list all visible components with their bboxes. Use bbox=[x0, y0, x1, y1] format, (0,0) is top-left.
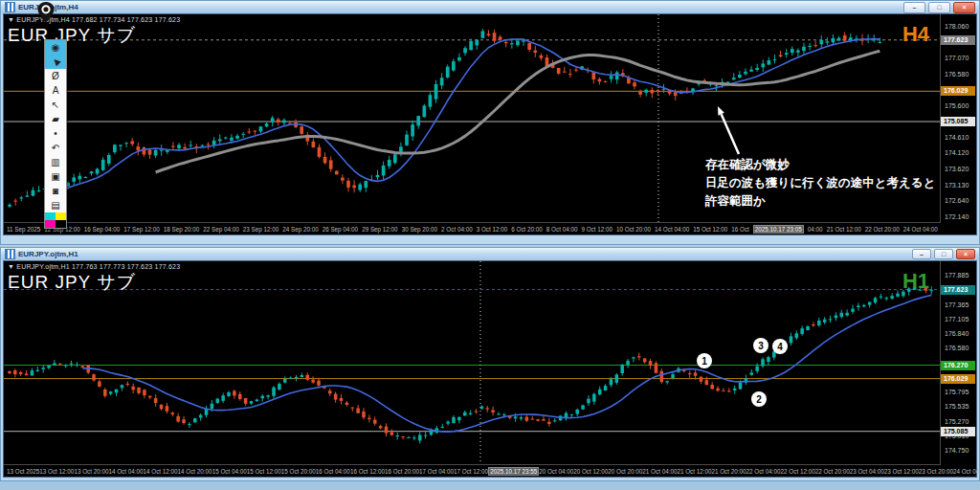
time-tick-label: 26 Sep 04:00 bbox=[323, 226, 358, 233]
time-tick-label: 21 Oct 04:00 bbox=[642, 468, 677, 475]
maximize-button[interactable]: □ bbox=[928, 2, 950, 13]
price-level-box: 177.623 bbox=[941, 35, 975, 45]
trash-icon[interactable]: ▥ bbox=[45, 155, 66, 169]
chart-area: ▼ EURJPY.ojtm,H4 177.682 177.734 177.623… bbox=[3, 13, 977, 235]
chart-window-h4: EURJPY.ojtm,H4 – □ × ▼ EURJPY.ojtm,H4 17… bbox=[0, 0, 980, 245]
time-tick-label: 11 Sep 2025 bbox=[7, 226, 40, 233]
clipboard-icon[interactable]: ▤ bbox=[45, 198, 66, 212]
time-tick-label: 17 Oct 12:00 bbox=[454, 468, 488, 475]
price-tick-label: 174.120 bbox=[945, 149, 969, 156]
stamp-icon[interactable]: ▣ bbox=[45, 169, 66, 184]
time-tick-label: 14 Oct 12:00 bbox=[144, 468, 178, 475]
ohlc-info-line: ▼ EURJPY.ojtm,H4 177.682 177.734 177.623… bbox=[8, 16, 180, 23]
minimize-button[interactable]: – bbox=[903, 2, 925, 13]
chart-area: ▼ EURJPY.ojtm,H1 177.763 177.773 177.623… bbox=[3, 260, 977, 478]
price-level-box: 176.029 bbox=[941, 86, 975, 96]
timeframe-label: H1 bbox=[902, 269, 929, 294]
time-tick-label: 3 Oct 12:00 bbox=[477, 226, 508, 233]
price-tick-label: 176.580 bbox=[945, 70, 969, 77]
price-level-box: 177.623 bbox=[941, 285, 975, 295]
crossed-circle-icon[interactable]: Ø bbox=[45, 69, 66, 83]
camera-icon[interactable]: ◙ bbox=[45, 184, 66, 198]
time-tick-label: 04:00 bbox=[808, 226, 823, 233]
price-tick-label: 177.885 bbox=[945, 272, 969, 278]
maximize-button[interactable]: □ bbox=[934, 249, 953, 259]
price-tick-label: 178.060 bbox=[945, 23, 969, 30]
time-axis[interactable]: 13 Oct 202513 Oct 12:0013 Oct 20:0014 Oc… bbox=[4, 464, 941, 477]
candlestick-plot-h4[interactable]: ▼ EURJPY.ojtm,H4 177.682 177.734 177.623… bbox=[4, 14, 941, 223]
window-title: EURJPY.ojtm,H1 bbox=[18, 250, 78, 258]
time-tick-label: 30 Sep 20:00 bbox=[402, 226, 437, 233]
price-tick-label: 175.535 bbox=[945, 403, 969, 410]
time-tick-label: 22 Sep 04:00 bbox=[203, 226, 238, 233]
wave-number-marker[interactable]: 1 bbox=[697, 353, 712, 368]
cursor-icon[interactable]: ▶ bbox=[45, 55, 66, 69]
time-axis[interactable]: 11 Sep 202512 Sep 12:0016 Sep 04:0017 Se… bbox=[4, 222, 941, 234]
time-tick-label: 15 Oct 12:00 bbox=[693, 226, 727, 233]
time-tick-label: 16 Sep 04:00 bbox=[84, 226, 120, 233]
time-tick-label: 16 Oct 20:00 bbox=[385, 468, 419, 475]
chart-window-icon bbox=[5, 249, 15, 259]
time-tick-label: 21 Oct 12:00 bbox=[827, 226, 861, 233]
minimize-button[interactable]: – bbox=[912, 249, 931, 259]
text-tool-icon[interactable]: A bbox=[45, 83, 66, 98]
color-swatch[interactable] bbox=[56, 220, 66, 228]
chart-label: EUR JPY サブ bbox=[8, 270, 136, 295]
price-tick-label: 173.620 bbox=[945, 166, 969, 172]
time-tick-label: 21 Oct 20:00 bbox=[711, 468, 746, 475]
price-tick-label: 176.580 bbox=[945, 345, 969, 351]
color-swatch[interactable] bbox=[45, 220, 56, 228]
time-tick-label: 23 Oct 12:00 bbox=[884, 468, 919, 475]
time-tick-label: 22 Oct 04:00 bbox=[746, 468, 781, 475]
time-tick-label: 15 Oct 04:00 bbox=[212, 468, 247, 475]
time-tick-label: 22 Oct 20:00 bbox=[815, 468, 850, 475]
price-tick-label: 175.270 bbox=[945, 417, 969, 424]
color-swatch[interactable] bbox=[56, 212, 66, 220]
text-annotation[interactable]: 存在確認が微妙 日足の波も獲りに行く波の途中と考えると 許容範囲か bbox=[705, 156, 935, 210]
time-tick-label: 8 Oct 04:00 bbox=[546, 226, 578, 233]
close-button[interactable]: × bbox=[956, 249, 975, 259]
window-titlebar[interactable]: EURJPY.ojtm,H1 – □ × bbox=[1, 248, 979, 260]
time-tick-label: 14 Oct 20:00 bbox=[178, 468, 212, 475]
time-tick-label: 20 Oct 20:00 bbox=[608, 468, 642, 475]
wave-number-marker[interactable]: 2 bbox=[751, 391, 767, 407]
price-tick-label: 177.070 bbox=[945, 55, 969, 61]
candlestick-plot-h1[interactable]: ▼ EURJPY.ojtm,H1 177.763 177.773 177.623… bbox=[4, 261, 941, 465]
arrow-tool-icon[interactable]: ↖ bbox=[45, 98, 66, 112]
time-tick-label: 16 Oct bbox=[731, 226, 749, 233]
eraser-icon[interactable]: ▰ bbox=[45, 112, 66, 126]
time-tick-label: 29 Sep 12:00 bbox=[362, 226, 397, 233]
time-tick-label: 24 Oct 04:00 bbox=[953, 468, 980, 475]
price-tick-label: 176.840 bbox=[945, 330, 969, 337]
time-tick-label: 15 Oct 12:00 bbox=[247, 468, 281, 475]
wave-number-marker[interactable]: 3 bbox=[753, 338, 768, 353]
price-tick-label: 174.750 bbox=[945, 447, 969, 454]
price-tick-label: 177.105 bbox=[945, 315, 969, 322]
chart-window-icon bbox=[5, 2, 15, 12]
price-tick-label: 177.365 bbox=[945, 301, 969, 307]
price-level-box: 175.085 bbox=[941, 117, 975, 126]
price-axis[interactable]: 177.885177.365177.105176.840176.580175.7… bbox=[940, 261, 976, 465]
time-tick-label: 23 Oct 20:00 bbox=[919, 468, 953, 475]
chart-label: EUR JPY サブ bbox=[8, 23, 136, 48]
price-tick-label: 174.610 bbox=[945, 133, 969, 140]
dot-tool-icon[interactable]: • bbox=[45, 126, 66, 141]
color-swatch[interactable] bbox=[45, 212, 56, 220]
price-tick-label: 172.140 bbox=[945, 212, 969, 219]
close-button[interactable]: × bbox=[953, 2, 975, 13]
time-tick-label: 18 Sep 20:00 bbox=[164, 226, 199, 233]
time-tick-label: 14 Oct 04:00 bbox=[655, 226, 689, 233]
eye-icon[interactable]: ◉ bbox=[45, 40, 66, 55]
time-tick-label: 21 Oct 12:00 bbox=[677, 468, 711, 475]
time-tick-label: 20 Oct 04:00 bbox=[539, 468, 573, 475]
wave-number-marker[interactable]: 4 bbox=[772, 339, 788, 354]
time-tick-label: 17 Sep 12:00 bbox=[123, 226, 159, 233]
time-tick-label: 24 Sep 20:00 bbox=[282, 226, 318, 233]
price-level-box: 175.085 bbox=[941, 427, 975, 436]
window-titlebar[interactable]: EURJPY.ojtm,H4 – □ × bbox=[1, 1, 979, 13]
price-tick-label: 172.640 bbox=[945, 197, 969, 204]
price-level-box: 176.270 bbox=[941, 361, 975, 370]
undo-icon[interactable]: ↶ bbox=[45, 141, 66, 155]
price-axis[interactable]: 178.060177.070176.580175.600174.610174.1… bbox=[940, 14, 976, 223]
color-palette[interactable] bbox=[45, 212, 66, 228]
